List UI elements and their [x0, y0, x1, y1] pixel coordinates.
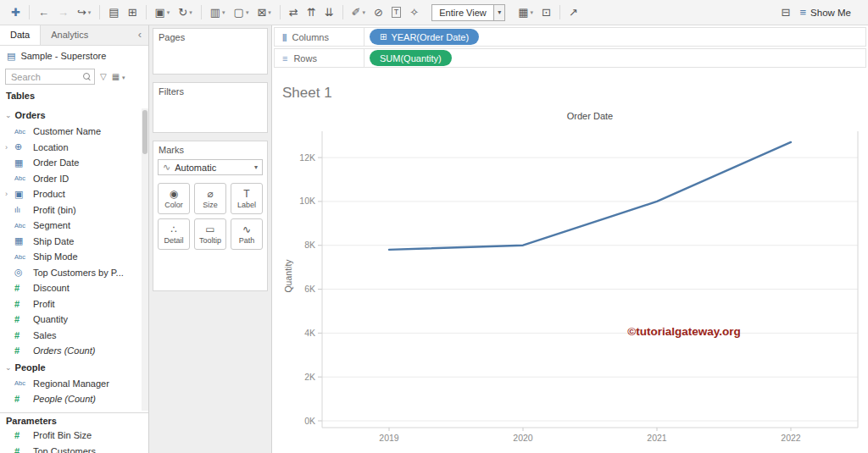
x-tick-label: 2022 — [781, 433, 801, 443]
rows-shelf[interactable]: ≡ Rows SUM(Quantity) — [274, 48, 866, 68]
view-options-icon[interactable]: ▦ ▾ — [112, 72, 125, 81]
section-people[interactable]: ⌄People — [0, 359, 142, 376]
number-icon: # — [14, 330, 33, 340]
field-label: Product — [33, 189, 65, 199]
rows-pill-sum-quantity[interactable]: SUM(Quantity) — [370, 50, 452, 66]
field-profit-bin-size[interactable]: #Profit Bin Size — [0, 428, 148, 444]
collapse-section-icon[interactable]: ⌄ — [5, 111, 12, 119]
field-customer-name[interactable]: AbcCustomer Name — [0, 124, 142, 140]
field-label: Orders (Count) — [33, 345, 95, 356]
columns-shelf[interactable]: ||| Columns ⊞ YEAR(Order Date) — [274, 27, 866, 47]
dropdown-caret-icon: ▾ — [246, 9, 249, 16]
pages-card[interactable]: Pages — [153, 28, 268, 75]
detail-button[interactable]: ∴Detail — [158, 218, 190, 250]
tab-data[interactable]: Data — [0, 25, 41, 45]
replay-icon[interactable]: ↪▾ — [73, 4, 95, 21]
field-top-customers-by-p[interactable]: ◎Top Customers by P... — [0, 265, 142, 281]
tooltip-icon: ▭ — [205, 224, 214, 235]
expand-arrow-icon[interactable]: › — [5, 190, 14, 198]
y-tick-label: 0K — [304, 416, 315, 426]
line-chart[interactable]: 0K2K4K6K8K10K12K2019202020212022Order Da… — [272, 69, 868, 453]
tooltip-button[interactable]: ▭Tooltip — [194, 218, 226, 250]
collapse-pane-icon[interactable]: ‹ — [138, 25, 148, 45]
mark-type-dropdown[interactable]: ∿ Automatic ▾ — [158, 159, 263, 175]
refresh-icon[interactable]: ↻▾ — [174, 4, 196, 21]
line-mark-icon: ∿ — [163, 162, 170, 173]
scrollbar-thumb[interactable] — [142, 110, 147, 154]
columns-pill-year-order-date[interactable]: ⊞ YEAR(Order Date) — [370, 29, 479, 45]
presentation-mode-icon[interactable]: ⊡ — [537, 4, 555, 21]
number-icon: # — [14, 345, 33, 356]
filters-card[interactable]: Filters — [153, 82, 268, 133]
tableau-logo[interactable]: ✚ — [7, 4, 25, 21]
trend-line-mark[interactable] — [389, 142, 791, 250]
size-button[interactable]: ⌀Size — [194, 183, 226, 214]
number-icon: # — [14, 299, 33, 309]
show-mark-labels-icon[interactable]: ▦▾ — [514, 4, 537, 21]
field-people-count[interactable]: #People (Count) — [0, 391, 142, 407]
fit-mode-dropdown[interactable]: Entire View▾ — [431, 4, 505, 21]
toolbar: ✚←→↪▾▤⊞▣▾↻▾▥▾▢▾⊠▾⇄⇈⇊✐▾⊘T✧Entire View▾▦▾⊡… — [0, 0, 868, 25]
search-input[interactable] — [5, 69, 95, 85]
datasource-row[interactable]: ▤ Sample - Superstore — [0, 46, 148, 66]
parameters-header: Parameters — [0, 413, 148, 428]
label-button[interactable]: TLabel — [231, 183, 263, 214]
field-profit[interactable]: #Profit — [0, 296, 142, 312]
field-quantity[interactable]: #Quantity — [0, 312, 142, 328]
field-regional-manager[interactable]: AbcRegional Manager — [0, 376, 142, 392]
x-tick-label: 2020 — [513, 433, 533, 443]
sort-ascending-icon[interactable]: ⇈ — [303, 4, 320, 21]
field-product[interactable]: ›▣Product — [0, 186, 142, 202]
y-tick-label: 8K — [304, 240, 315, 250]
toolbar-separator — [99, 5, 100, 19]
sort-descending-icon[interactable]: ⇊ — [320, 4, 338, 21]
dropdown-caret-icon: ▾ — [167, 9, 170, 16]
field-profit-bin[interactable]: ılıProfit (bin) — [0, 202, 142, 218]
search-row: ▽ ▦ ▾ — [0, 66, 148, 87]
y-tick-label: 6K — [304, 284, 315, 294]
field-order-date[interactable]: ▦Order Date — [0, 155, 142, 171]
field-orders-count[interactable]: #Orders (Count) — [0, 343, 142, 359]
path-button[interactable]: ∿Path — [231, 218, 263, 250]
share-icon[interactable]: ↗ — [565, 4, 582, 21]
show-me-button[interactable]: ≡Show Me — [794, 3, 856, 21]
undo-icon[interactable]: ← — [34, 4, 53, 21]
new-dashboard-icon[interactable]: ▥▾ — [206, 4, 230, 21]
field-discount[interactable]: #Discount — [0, 280, 142, 296]
tab-analytics[interactable]: Analytics — [41, 25, 98, 45]
field-location[interactable]: ›⊕Location — [0, 140, 142, 156]
attach-icon[interactable]: ⊘ — [370, 4, 387, 21]
section-name: People — [15, 362, 46, 373]
save-icon[interactable]: ▤ — [104, 4, 123, 21]
fix-axes-icon[interactable]: ✧ — [405, 4, 423, 21]
clear-sheet-icon[interactable]: ⊠▾ — [253, 4, 275, 21]
highlight-icon[interactable]: ✐▾ — [348, 4, 370, 21]
parameters-section: Parameters #Profit Bin Size#Top Customer… — [0, 412, 148, 453]
new-datasource-icon[interactable]: ⊞ — [124, 4, 142, 21]
duplicate-sheet-icon[interactable]: ▢▾ — [230, 4, 253, 21]
columns-icon: ||| — [282, 33, 287, 41]
columns-pill-label: YEAR(Order Date) — [391, 32, 469, 42]
field-order-id[interactable]: AbcOrder ID — [0, 171, 142, 187]
new-worksheet-icon[interactable]: ▣▾ — [151, 4, 175, 21]
show-hide-cards-icon[interactable]: ⊟ — [777, 4, 795, 21]
color-button[interactable]: ◉Color — [158, 183, 190, 214]
field-segment[interactable]: AbcSegment — [0, 218, 142, 234]
field-sales[interactable]: #Sales — [0, 328, 142, 344]
field-ship-mode[interactable]: AbcShip Mode — [0, 249, 142, 265]
pages-card-label: Pages — [153, 29, 267, 44]
filter-fields-icon[interactable]: ▽ — [98, 72, 108, 81]
hierarchy-icon: ▣ — [14, 189, 33, 200]
field-label: Top Customers by P... — [33, 268, 124, 278]
field-ship-date[interactable]: ▦Ship Date — [0, 234, 142, 250]
collapse-section-icon[interactable]: ⌄ — [5, 363, 12, 372]
section-orders[interactable]: ⌄Orders — [0, 107, 142, 124]
swap-axes-icon[interactable]: ⇄ — [285, 4, 303, 21]
text-label-icon[interactable]: T — [387, 5, 406, 19]
date-hierarchy-icon[interactable]: ⊞ — [380, 32, 387, 41]
expand-arrow-icon[interactable]: › — [5, 143, 14, 152]
sidebar-scrollbar[interactable] — [142, 108, 148, 411]
abc-icon: Abc — [14, 379, 33, 387]
field-label: Profit Bin Size — [33, 430, 92, 440]
field-top-customers[interactable]: #Top Customers — [0, 444, 148, 453]
